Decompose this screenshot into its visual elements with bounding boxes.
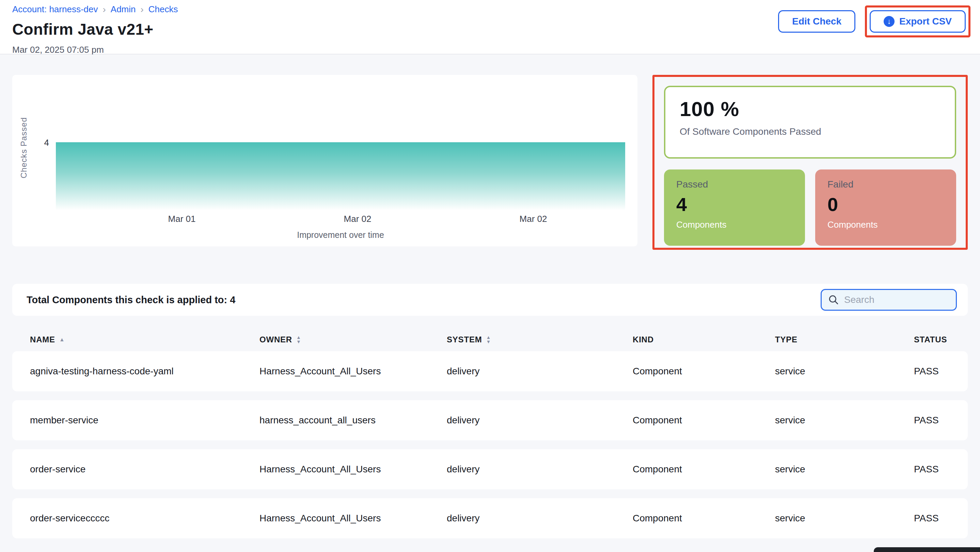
cell-type: service [775,464,914,475]
passed-unit: Components [676,219,793,230]
table-header-row: NAME ▲ OWNER ▲▼ SYSTEM ▲▼ KIND TYPE STAT… [12,328,968,351]
chart-x-tick: Mar 02 [520,214,547,224]
percent-passed-caption: Of Software Components Passed [680,126,940,137]
chart-x-axis-label: Improvement over time [297,230,384,240]
failed-card: Failed 0 Components [815,170,956,246]
column-header-kind: KIND [633,335,775,344]
table-row[interactable]: agniva-testing-harness-code-yaml Harness… [12,351,968,391]
chart-y-tick: 4 [33,138,49,148]
export-csv-highlight-box: ↓ Export CSV [865,5,970,37]
cell-status: PASS [914,513,954,524]
breadcrumb-admin-link[interactable]: Admin [111,4,136,14]
table-body: agniva-testing-harness-code-yaml Harness… [12,351,968,538]
table-row[interactable]: order-service Harness_Account_All_Users … [12,449,968,489]
stats-panel: 100 % Of Software Components Passed Pass… [652,75,968,250]
column-header-name[interactable]: NAME ▲ [30,335,259,344]
breadcrumb-checks-link[interactable]: Checks [148,4,178,14]
export-csv-button-label: Export CSV [899,16,952,27]
search-icon [829,295,839,305]
cell-kind: Component [633,513,775,524]
chart-x-tick: Mar 01 [168,214,196,224]
cell-name: order-serviceccccc [30,513,259,524]
chevron-right-icon: › [102,5,105,14]
column-header-label: KIND [633,335,654,344]
cell-owner: harness_account_all_users [259,415,447,426]
edit-check-button[interactable]: Edit Check [778,10,855,33]
cell-owner: Harness_Account_All_Users [259,513,447,524]
cell-status: PASS [914,366,954,377]
cell-name: agniva-testing-harness-code-yaml [30,366,259,377]
cell-type: service [775,415,914,426]
passed-card: Passed 4 Components [664,170,805,246]
stats-highlight-box: 100 % Of Software Components Passed Pass… [652,75,968,250]
edit-check-button-label: Edit Check [792,16,842,27]
download-icon: ↓ [884,16,894,27]
check-timestamp: Mar 02, 2025 07:05 pm [12,44,968,55]
main-content: Checks Passed 4 Mar 01 Mar 02 Mar 02 Imp… [0,54,980,538]
search-box[interactable] [821,289,957,311]
column-header-system[interactable]: SYSTEM ▲▼ [447,335,633,344]
passed-value: 4 [676,193,793,216]
components-summary-text: Total Components this check is applied t… [27,294,235,306]
breadcrumb-account-link[interactable]: Account: harness-dev [12,4,98,14]
sort-icon: ▲▼ [486,335,491,344]
cell-kind: Component [633,464,775,475]
column-header-label: STATUS [914,335,947,344]
cell-owner: Harness_Account_All_Users [259,366,447,377]
passed-label: Passed [676,179,793,190]
failed-unit: Components [827,219,944,230]
sort-ascending-icon: ▲ [59,337,65,343]
cell-kind: Component [633,415,775,426]
cell-status: PASS [914,464,954,475]
toast-peek [874,547,980,552]
header-actions: Edit Check ↓ Export CSV [778,5,970,37]
percent-passed-value: 100 % [680,97,940,121]
cell-system: delivery [447,513,633,524]
search-input[interactable] [844,294,949,305]
cell-status: PASS [914,415,954,426]
components-summary-bar: Total Components this check is applied t… [12,284,968,316]
cell-system: delivery [447,366,633,377]
failed-value: 0 [827,193,944,216]
export-csv-button[interactable]: ↓ Export CSV [870,10,966,33]
column-header-type: TYPE [775,335,914,344]
cell-system: delivery [447,464,633,475]
cell-kind: Component [633,366,775,377]
chart-y-axis-label: Checks Passed [19,114,29,182]
chevron-right-icon: › [141,5,144,14]
cell-type: service [775,366,914,377]
column-header-label: OWNER [259,335,292,344]
column-header-owner[interactable]: OWNER ▲▼ [259,335,447,344]
cell-system: delivery [447,415,633,426]
column-header-label: TYPE [775,335,797,344]
table-row[interactable]: order-serviceccccc Harness_Account_All_U… [12,498,968,538]
checks-passed-chart: Checks Passed 4 Mar 01 Mar 02 Mar 02 Imp… [12,75,638,246]
chart-x-tick: Mar 02 [344,214,372,224]
column-header-label: SYSTEM [447,335,482,344]
chart-area-series [56,142,625,210]
cell-name: order-service [30,464,259,475]
page-header: Account: harness-dev › Admin › Checks Co… [0,0,980,54]
cell-owner: Harness_Account_All_Users [259,464,447,475]
failed-label: Failed [827,179,944,190]
column-header-status: STATUS [914,335,954,344]
column-header-label: NAME [30,335,55,344]
percent-passed-card: 100 % Of Software Components Passed [664,86,956,159]
sort-icon: ▲▼ [296,335,301,344]
cell-type: service [775,513,914,524]
table-row[interactable]: member-service harness_account_all_users… [12,400,968,440]
cell-name: member-service [30,415,259,426]
